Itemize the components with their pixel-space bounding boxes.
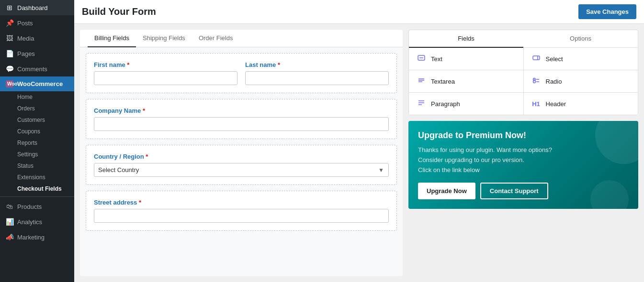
field-type-select-label: Select (546, 55, 563, 63)
sidebar-item-woocommerce[interactable]: Woo WooCommerce (0, 76, 74, 91)
company-name-input[interactable] (94, 117, 389, 131)
tab-billing-fields[interactable]: Billing Fields (88, 30, 136, 47)
last-name-label: Last name * (245, 61, 389, 68)
field-type-textarea-label: Textarea (431, 78, 455, 85)
sidebar-sub-status[interactable]: Status (0, 160, 74, 172)
field-type-header[interactable]: H1 Header (524, 93, 638, 115)
sidebar-sub-extensions[interactable]: Extensions (0, 172, 74, 183)
upgrade-title: Upgrade to Premium Now! (418, 130, 629, 141)
field-type-select[interactable]: Select (524, 48, 638, 70)
country-select[interactable]: Select Country United States United King… (94, 163, 389, 177)
save-changes-button[interactable]: Save Changes (578, 4, 636, 19)
sidebar-item-label: WooCommerce (17, 80, 63, 87)
last-name-input[interactable] (245, 71, 389, 85)
sidebar-sub-reports[interactable]: Reports (0, 137, 74, 149)
country-required: * (146, 153, 148, 160)
company-name-label: Company Name * (94, 107, 389, 114)
first-name-required: * (127, 61, 129, 68)
field-type-text-label: Text (431, 55, 442, 63)
field-type-textarea[interactable]: Textarea (409, 70, 523, 92)
media-icon: 🖼 (6, 34, 13, 42)
last-name-required: * (278, 61, 280, 68)
field-col-street: Street address * (94, 199, 389, 223)
svg-point-8 (534, 79, 535, 80)
upgrade-buttons: Upgrade Now Contact Support (418, 183, 629, 199)
field-col-firstname: First name * (94, 61, 237, 85)
svg-rect-2 (533, 56, 540, 60)
country-select-wrapper: Select Country United States United King… (94, 163, 389, 177)
fields-box: Fields Options Text Select (408, 30, 638, 115)
street-address-input[interactable] (94, 209, 389, 223)
field-row-name: First name * Last name * (94, 61, 389, 85)
form-tabs: Billing Fields Shipping Fields Order Fie… (80, 30, 403, 47)
tab-shipping-fields[interactable]: Shipping Fields (136, 30, 192, 47)
sidebar-sub-orders[interactable]: Orders (0, 103, 74, 114)
header-field-icon: H1 (531, 100, 541, 108)
sidebar-item-label: Marketing (17, 234, 45, 241)
field-type-paragraph[interactable]: Paragraph (409, 93, 523, 115)
field-type-radio[interactable]: Radio (524, 70, 638, 92)
sidebar-sub-settings[interactable]: Settings (0, 149, 74, 160)
sidebar-item-label: Media (17, 35, 34, 42)
main-content: Build Your Form Save Changes Billing Fie… (74, 0, 644, 282)
posts-icon: 📌 (6, 19, 13, 27)
street-address-label: Street address * (94, 199, 389, 206)
sidebar-sub-checkout-fields[interactable]: Checkout Fields (0, 183, 74, 195)
upgrade-now-button[interactable]: Upgrade Now (418, 183, 475, 199)
sidebar-item-products[interactable]: 🛍 Products (0, 199, 74, 214)
right-panel: Fields Options Text Select (408, 30, 638, 276)
sidebar-item-pages[interactable]: 📄 Pages (0, 46, 74, 61)
marketing-icon: 📣 (6, 233, 13, 241)
contact-support-button[interactable]: Contact Support (480, 183, 548, 199)
text-field-icon (417, 54, 426, 64)
sidebar-sub-home[interactable]: Home (0, 91, 74, 103)
form-scroll: First name * Last name * (80, 47, 403, 276)
sidebar-sub-customers[interactable]: Customers (0, 114, 74, 126)
fields-grid: Text Select Textarea (409, 48, 638, 115)
sidebar-item-label: Products (17, 203, 42, 210)
field-type-paragraph-label: Paragraph (431, 100, 460, 108)
comments-icon: 💬 (6, 65, 13, 73)
form-panel: Billing Fields Shipping Fields Order Fie… (80, 30, 403, 276)
tab-order-fields[interactable]: Order Fields (192, 30, 240, 47)
analytics-icon: 📊 (6, 218, 13, 226)
field-type-header-label: Header (546, 100, 566, 108)
textarea-field-icon (417, 76, 426, 87)
tab-fields[interactable]: Fields (409, 30, 523, 48)
field-col-company: Company Name * (94, 107, 389, 131)
field-group-street: Street address * (86, 191, 397, 231)
field-group-name: First name * Last name * (86, 53, 397, 93)
top-bar: Build Your Form Save Changes (74, 0, 644, 24)
field-col-lastname: Last name * (245, 61, 389, 85)
select-field-icon (531, 54, 541, 64)
sidebar-item-label: Posts (17, 20, 33, 27)
content-area: Billing Fields Shipping Fields Order Fie… (74, 24, 644, 282)
sidebar-item-analytics[interactable]: 📊 Analytics (0, 214, 74, 229)
paragraph-field-icon (417, 98, 426, 109)
field-type-radio-label: Radio (546, 78, 562, 85)
company-name-required: * (143, 107, 145, 114)
sidebar-divider (0, 196, 74, 197)
street-required: * (139, 199, 141, 206)
upgrade-text: Thanks for using our plugin. Want more o… (418, 145, 629, 175)
tab-options[interactable]: Options (523, 30, 638, 48)
field-type-text[interactable]: Text (409, 48, 523, 70)
sidebar-item-label: Comments (17, 65, 47, 73)
sidebar-item-comments[interactable]: 💬 Comments (0, 61, 74, 76)
sidebar-item-media[interactable]: 🖼 Media (0, 31, 74, 46)
upgrade-box: Upgrade to Premium Now! Thanks for using… (408, 121, 638, 209)
sidebar-sub-coupons[interactable]: Coupons (0, 126, 74, 137)
pages-icon: 📄 (6, 50, 13, 57)
page-title: Build Your Form (82, 6, 156, 17)
sidebar-item-dashboard[interactable]: ⊞ Dashboard (0, 0, 74, 15)
sidebar-item-marketing[interactable]: 📣 Marketing (0, 229, 74, 245)
sidebar-item-label: Analytics (17, 218, 42, 226)
products-icon: 🛍 (6, 203, 13, 210)
first-name-label: First name * (94, 61, 237, 68)
first-name-input[interactable] (94, 71, 237, 85)
svg-point-10 (533, 81, 535, 83)
sidebar-item-label: Dashboard (17, 4, 48, 11)
sidebar-item-posts[interactable]: 📌 Posts (0, 15, 74, 31)
radio-field-icon (531, 76, 541, 87)
sidebar-item-label: Pages (17, 50, 35, 57)
